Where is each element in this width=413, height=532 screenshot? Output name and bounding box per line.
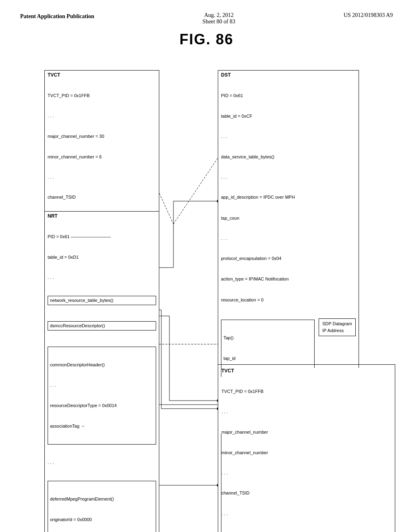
dst-action-type: action_type = IP/MAC Notifocation [221, 276, 356, 283]
dst-dots2: . . . [221, 174, 356, 180]
tvct2-major: major_channel_number [221, 429, 392, 436]
dst-dots3: . . . [221, 235, 356, 241]
tvct2-title: TVCT [221, 368, 392, 374]
tvct2-minor: minor_channel_number [221, 449, 392, 456]
nrt-table-id: table_id = 0xD1 [48, 254, 156, 261]
nrt-common-label: commonDescriptorHeader() [50, 362, 154, 368]
dst-title: DST [221, 72, 356, 78]
dst-tap-label: Tap() [223, 335, 312, 341]
dst-pid: PID = 0x61 [221, 92, 356, 99]
nrt-dsmcc: dsmccResourceDescriptor() [48, 321, 156, 330]
nrt-common: commonDescriptorHeader() . . . resourceD… [48, 347, 156, 445]
nrt-originator: originatorId = 0x0000 [50, 516, 154, 523]
dst-tap-coun: tap_coun [221, 215, 356, 222]
header-center: Aug. 2, 2012 Sheet 80 of 83 [202, 12, 235, 25]
nrt-title: NRT [48, 213, 156, 219]
svg-line-1 [173, 158, 218, 224]
nrt-box: NRT PID = 0x61 ――――――――― table_id = 0xD1… [44, 211, 159, 532]
nrt-dots1: . . . [48, 274, 156, 281]
tvct2-dots2: . . . [221, 470, 392, 476]
tvct-major: major_channel_number = 30 [48, 133, 156, 140]
dst-dots1: . . . [221, 133, 356, 139]
dst-tap-id: tap_id [223, 355, 312, 362]
publication-label: Patent Application Publication [20, 12, 94, 21]
figure-title: FIG. 86 [20, 31, 393, 48]
tvct2-channel-tsid: channel_TSID [221, 490, 392, 497]
nrt-deferred-label: deferredMpegProgramElement() [50, 496, 154, 503]
sheet-label: Sheet 80 of 83 [202, 19, 235, 25]
dst-resource-location: resource_location = 0 [221, 297, 356, 303]
nrt-dots2: . . . [48, 459, 156, 466]
tvct-pid: TVCT_PID = 0x1FFB [48, 92, 156, 99]
tvct-title: TVCT [48, 72, 156, 78]
fig87-outer-box: TVCT TVCT_PID = 0x1FFB . . . major_chann… [218, 364, 395, 532]
nrt-deferred: deferredMpegProgramElement() originatorI… [48, 481, 156, 532]
nrt-network-resource: network_resource_table_bytes() [48, 296, 156, 305]
tvct-dots1: . . . [48, 113, 156, 119]
tvct2-dots3: . . . [221, 511, 392, 517]
tvct2-dots1: . . . [221, 409, 392, 415]
header-right: US 2012/0198303 A9 [344, 12, 393, 19]
date-label: Aug. 2, 2012 [202, 12, 235, 19]
nrt-pid: PID = 0x61 ――――――――― [48, 233, 156, 240]
dst-table-id: table_id = 0xCF [221, 113, 356, 120]
page: Patent Application Publication Aug. 2, 2… [0, 0, 413, 532]
tvct-dots2: . . . [48, 174, 156, 180]
nrt-resource-desc-type: resourceDescriptorType = 0x0014 [50, 402, 154, 409]
tvct2-box: TVCT TVCT_PID = 0x1FFB . . . major_chann… [221, 368, 392, 532]
dst-protocol: protocol_encapsulation = 0x04 [221, 255, 356, 262]
header-left: Patent Application Publication [20, 12, 94, 21]
nrt-association-tag: associationTag → [50, 423, 154, 430]
dst-data-service: data_service_table_bytes() [221, 154, 356, 160]
patent-number: US 2012/0198303 A9 [344, 12, 393, 19]
nrt-content: PID = 0x61 ――――――――― table_id = 0xD1 . .… [48, 220, 156, 532]
tvct2-content: TVCT_PID = 0x1FFB . . . major_channel_nu… [221, 374, 392, 532]
diagram: TVCT TVCT_PID = 0x1FFB . . . major_chann… [20, 58, 393, 513]
tvct2-service-type: service_type = 0x14 [221, 530, 392, 532]
sdp-label: SDP Datagram IP Address [319, 318, 356, 336]
tvct-minor: minor_channel_number = 6 [48, 154, 156, 160]
dst-app-id: app_id_description = IPDC over MPH [221, 194, 356, 201]
header: Patent Application Publication Aug. 2, 2… [20, 12, 393, 25]
tvct-channel-tsid: channel_TSID [48, 194, 156, 201]
tvct2-pid: TVCT_PID = 0x1FFB [221, 388, 392, 395]
nrt-common-dots: . . . [50, 382, 154, 388]
